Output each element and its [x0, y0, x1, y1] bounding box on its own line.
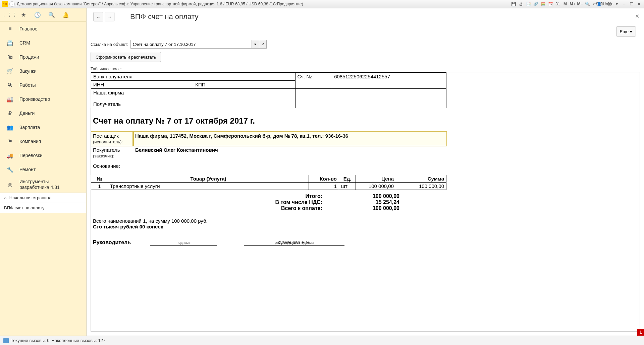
more-button[interactable]: Еще ▾ — [616, 26, 636, 37]
sidebar-item-sales[interactable]: 🛍Продажи — [0, 50, 86, 64]
calendar-icon[interactable]: 📅 — [547, 1, 553, 7]
supplier-value: Наша фирма, 117452, Москва г, Симферопол… — [133, 132, 446, 146]
dropdown-icon[interactable]: ▾ — [614, 1, 620, 7]
current-calls: Текущие вызовы: 0 — [11, 338, 50, 343]
open-page-home[interactable]: ⌂Начальная страница — [0, 193, 86, 203]
acc-no-value-cell: 60851225062254412557 — [332, 73, 446, 89]
calc-icon[interactable]: 🧮 — [540, 1, 546, 7]
bank-details-table: Банк получателя Сч. № 608512250622544125… — [91, 72, 446, 108]
minimize-icon[interactable]: – — [621, 1, 627, 7]
truck-icon: 🚚 — [7, 152, 13, 159]
totals-block: Итого:100 000,00 В том числе НДС:15 254,… — [91, 193, 446, 211]
sidebar-item-salary[interactable]: 👥Зарплата — [0, 120, 86, 134]
acc-no-label-cell: Сч. № — [295, 73, 332, 89]
sidebar-item-main[interactable]: ≡Главное — [0, 22, 86, 36]
save-icon[interactable]: 💾 — [511, 1, 517, 7]
compare-icon[interactable]: 📑 — [525, 1, 531, 7]
window-title: Демонстрационная база компании "Ветерок"… — [17, 2, 511, 6]
sidebar-toolbar: ⋮⋮⋮ ★ 🕓 🔍 🔔 — [0, 8, 86, 22]
flag-icon: ⚑ — [7, 138, 13, 145]
print-icon[interactable]: 🖨 — [518, 1, 524, 7]
chevron-down-icon: ▾ — [630, 29, 632, 34]
sidebar-item-devtools[interactable]: ◎Инструменты разработчика 4.31 — [0, 177, 86, 193]
sidebar-item-works[interactable]: 🛠Работы — [0, 78, 86, 92]
sidebar-item-repair[interactable]: 🔧Ремонт — [0, 162, 86, 177]
sidebar: ⋮⋮⋮ ★ 🕓 🔍 🔔 ≡Главное 📇CRM 🛍Продажи 🛒Заку… — [0, 8, 87, 336]
accumulated-calls: Накопленные вызовы: 127 — [52, 338, 106, 343]
back-button[interactable]: ← — [93, 12, 103, 21]
info-icon[interactable]: ⓘ — [606, 1, 612, 7]
people-icon: 👥 — [7, 124, 13, 131]
forward-button[interactable]: → — [105, 12, 115, 21]
link-dropdown-button[interactable]: ▾ — [252, 40, 259, 49]
tools-icon: 🛠 — [7, 82, 13, 88]
zoom-icon[interactable]: 🔍 — [584, 1, 590, 7]
document-viewport[interactable]: Банк получателя Сч. № 608512250622544125… — [91, 72, 640, 332]
link-input[interactable] — [130, 40, 252, 49]
search-icon[interactable]: 🔍 — [48, 12, 55, 18]
sidebar-item-company[interactable]: ⚑Компания — [0, 134, 86, 148]
notifications-icon[interactable]: 🔔 — [62, 12, 69, 18]
link-label: Ссылка на объект: — [91, 42, 128, 47]
form-print-button[interactable]: Сформировать и распечатать — [91, 52, 161, 62]
memory-mminus-icon[interactable]: M− — [577, 1, 583, 7]
summary-block: Всего наименований 1, на сумму 100 000,0… — [91, 218, 446, 229]
table-row: 1 Транспортные услуги 1 шт 100 000,00 10… — [91, 183, 446, 190]
user-label[interactable]: 👤 SoftUnion — [599, 1, 605, 7]
sidebar-item-purchases[interactable]: 🛒Закупки — [0, 64, 86, 78]
sidebar-item-transport[interactable]: 🚚Перевозки — [0, 148, 86, 162]
our-company-cell: Наша фирмаПолучатель — [91, 89, 296, 108]
close-tab-icon[interactable]: ✕ — [635, 13, 639, 19]
link-open-button[interactable]: ↗ — [259, 40, 267, 49]
kpp-cell: КПП — [193, 81, 295, 89]
favorites-icon[interactable]: ★ — [20, 12, 27, 18]
signature-line: подпись — [150, 240, 217, 246]
link-icon[interactable]: 🔗 — [533, 1, 539, 7]
content-area: ← → ВПФ счет на оплату ✕ Еще ▾ Ссылка на… — [87, 8, 644, 336]
table-field-label: Табличное поле: — [87, 64, 644, 72]
ruble-icon: ₽ — [7, 110, 13, 117]
signature-row: Руководитель подпись Кузнецова Е.Н.расши… — [91, 239, 446, 246]
cart-icon: 🛒 — [7, 68, 13, 74]
page-title: ВПФ счет на оплату — [130, 12, 199, 21]
history-icon[interactable]: 🕓 — [34, 12, 41, 18]
factory-icon: 🏭 — [7, 96, 13, 102]
sidebar-item-crm[interactable]: 📇CRM — [0, 36, 86, 50]
close-icon[interactable]: ✕ — [636, 1, 642, 7]
date-icon[interactable]: 31 — [555, 1, 561, 7]
error-badge[interactable]: 1 — [637, 329, 644, 336]
name-line: Кузнецова Е.Н.расшифровка подписи — [244, 240, 344, 246]
app-logo-icon: 1C — [2, 1, 8, 7]
inn-cell: ИНН — [91, 81, 193, 89]
parties-table: Поставщик(исполнитель): Наша фирма, 1174… — [91, 132, 446, 172]
buyer-value: Белявский Олег Константинович — [133, 146, 446, 160]
sidebar-item-money[interactable]: ₽Деньги — [0, 106, 86, 120]
memory-m-icon[interactable]: M — [562, 1, 568, 7]
maximize-icon[interactable]: ❐ — [629, 1, 635, 7]
memory-mplus-icon[interactable]: M+ — [570, 1, 576, 7]
sidebar-item-production[interactable]: 🏭Производство — [0, 92, 86, 106]
title-bar: 1C ▾ Демонстрационная база компании "Вет… — [0, 0, 644, 8]
bank-recipient-cell: Банк получателя — [91, 73, 296, 81]
home-icon: ⌂ — [4, 195, 7, 200]
invoice-heading: Счет на оплату № 7 от 17 октября 2017 г. — [91, 108, 446, 132]
menu-icon: ≡ — [7, 26, 13, 32]
status-icon — [3, 338, 9, 343]
bag-icon: 🛍 — [7, 54, 13, 60]
apps-icon[interactable]: ⋮⋮⋮ — [6, 12, 13, 18]
app-menu-dropdown[interactable]: ▾ — [9, 1, 15, 7]
status-bar: Текущие вызовы: 0 Накопленные вызовы: 12… — [0, 336, 644, 345]
gear-icon: ◎ — [7, 182, 13, 188]
open-page-invoice[interactable]: ВПФ счет на оплату — [0, 203, 86, 213]
items-table: № Товар (Услуга) Кол-во Ед. Цена Сумма 1… — [91, 175, 446, 190]
crm-icon: 📇 — [7, 40, 13, 46]
wrench-icon: 🔧 — [7, 166, 13, 173]
